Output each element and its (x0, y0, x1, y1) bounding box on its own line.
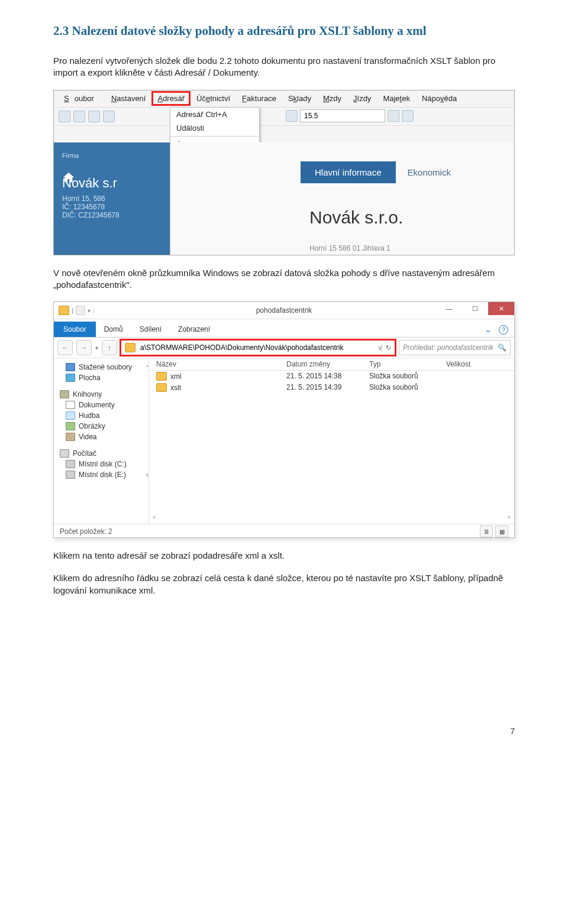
col-type[interactable]: Typ (369, 360, 446, 368)
page-icon[interactable] (286, 110, 298, 122)
home-icon (62, 171, 75, 184)
version-field[interactable] (300, 109, 385, 122)
address-row: ← → ▾ ↑ v ↻ Prohledat: pohodafastcentrik… (54, 338, 514, 358)
nav-up-button[interactable]: ↑ (102, 340, 117, 355)
toolbar-icon[interactable] (59, 111, 70, 122)
window-controls: — ☐ ✕ (436, 302, 514, 315)
detail-company-name: Novák s.r.o. (309, 208, 403, 228)
menubar: Soubor Nastavení Adresář Účetnictví Fakt… (54, 90, 514, 108)
search-icon: 🔍 (498, 343, 506, 352)
address-input[interactable] (139, 343, 376, 352)
screenshot-pohoda-menu: Soubor Nastavení Adresář Účetnictví Fakt… (53, 90, 515, 255)
nav-item-music[interactable]: Hudba (54, 410, 149, 421)
company-name: Novák s.r (62, 176, 178, 191)
menu-mzdy[interactable]: Mzdy (318, 92, 347, 105)
ribbon-expand-icon[interactable]: ⌄ ? (479, 322, 514, 338)
tab-hlavni-informace[interactable]: Hlavní informace (301, 161, 396, 183)
nav-item-videos[interactable]: Videa (54, 432, 149, 442)
help-icon[interactable]: ? (499, 325, 508, 335)
nav-item-desktop[interactable]: Plocha (54, 372, 149, 383)
qat-icon[interactable] (76, 306, 85, 315)
nav-item-libraries[interactable]: Knihovny (54, 389, 149, 400)
paragraph-3: Klikem na tento adresář se zobrazí podad… (53, 550, 515, 562)
nav-item-drive-e[interactable]: Místní disk (E:)v (54, 469, 149, 480)
screenshot-file-explorer: | ▾ | pohodafastcentrik — ☐ ✕ Soubor Dom… (53, 301, 515, 538)
menu-soubor[interactable]: Soubor (59, 92, 105, 105)
menu-fakturace[interactable]: Fakturace (237, 92, 282, 105)
file-list: Název Datum změny Typ Velikost xml 21. 5… (149, 358, 514, 524)
folder-icon (59, 306, 69, 315)
folder-icon (125, 343, 135, 352)
navigation-pane: Stažené soubory^ Plocha Knihovny Dokumen… (54, 358, 149, 524)
dd-adresar[interactable]: Adresář Ctrl+A (170, 108, 259, 121)
main-area: Hlavní informace Ekonomick Novák s.r.o. … (170, 142, 514, 255)
ribbon-tab-share[interactable]: Sdílení (131, 322, 170, 337)
column-headers: Název Datum změny Typ Velikost (149, 358, 514, 371)
company-panel: Firma Novák s.r Horní 15, 586 IČ: 123456… (54, 142, 186, 255)
address-bar[interactable]: v ↻ (121, 340, 395, 355)
search-placeholder: Prohledat: pohodafastcentrik (403, 343, 493, 352)
paragraph-2: V nově otevřeném okně průzkumníka Window… (53, 267, 515, 291)
toolbar-icon[interactable] (88, 111, 100, 122)
col-size[interactable]: Velikost (446, 360, 514, 368)
file-row-xslt[interactable]: xslt 21. 5. 2015 14:39 Složka souborů (149, 382, 514, 393)
paragraph-4: Klikem do adresního řádku se zobrazí cel… (53, 572, 515, 596)
nav-item-pictures[interactable]: Obrázky (54, 421, 149, 432)
col-date[interactable]: Datum změny (286, 360, 369, 368)
company-ic: IČ: 12345678 (62, 203, 178, 211)
menu-adresar[interactable]: Adresář (152, 92, 190, 105)
menu-majetek[interactable]: Majetek (377, 92, 415, 105)
ribbon-tab-file[interactable]: Soubor (54, 322, 96, 337)
ribbon-tab-view[interactable]: Zobrazení (170, 322, 218, 337)
view-large-icon[interactable]: ▦ (495, 526, 508, 537)
nav-item-documents[interactable]: Dokumenty (54, 400, 149, 410)
minimize-button[interactable]: — (436, 302, 462, 315)
dd-udalosti[interactable]: Události (170, 121, 259, 135)
ribbon-tabs: Soubor Domů Sdílení Zobrazení ⌄ ? (54, 319, 514, 338)
folder-icon (156, 372, 167, 381)
paragraph-1: Pro nalezení vytvořených složek dle bodu… (53, 55, 515, 79)
nav-forward-button[interactable]: → (76, 340, 92, 355)
page-number: 7 (53, 727, 515, 736)
nav-item-downloads[interactable]: Stažené soubory^ (54, 362, 149, 372)
detail-company-addr: Horní 15 586 01 Jihlava 1 (309, 244, 390, 252)
menu-sklady[interactable]: Sklady (283, 92, 317, 105)
menu-ucetnictvi[interactable]: Účetnictví (191, 92, 235, 105)
view-details-icon[interactable]: ≣ (480, 526, 493, 537)
nav-item-computer[interactable]: Počítač (54, 448, 149, 459)
menu-nastaveni[interactable]: Nastavení (106, 92, 151, 105)
refresh-icon[interactable]: ↻ (382, 344, 391, 352)
toolbar-icon[interactable] (103, 111, 115, 122)
section-heading: 2.3 Nalezení datové složky pohody a adre… (53, 24, 515, 38)
company-dic: DIČ: CZ12345678 (62, 211, 178, 219)
folder-icon (156, 383, 167, 392)
maximize-button[interactable]: ☐ (462, 302, 488, 315)
tab-ekonomicke[interactable]: Ekonomick (396, 161, 463, 183)
toolbar (54, 108, 514, 126)
toolbar-icon[interactable] (73, 111, 85, 122)
ribbon-tab-home[interactable]: Domů (96, 322, 131, 337)
status-text: Počet položek: 2 (60, 527, 112, 536)
menu-jizdy[interactable]: Jízdy (348, 92, 376, 105)
dropdown-icon[interactable] (388, 110, 399, 122)
scroll-left-icon[interactable]: < (153, 514, 156, 520)
scroll-right-icon[interactable]: > (508, 514, 511, 520)
version-box (286, 109, 414, 122)
title-bar: | ▾ | pohodafastcentrik — ☐ ✕ (54, 302, 514, 319)
close-button[interactable]: ✕ (488, 302, 514, 315)
quick-access-toolbar: | ▾ | (59, 306, 95, 315)
status-bar: Počet položek: 2 ≣ ▦ (54, 524, 514, 539)
nav-back-button[interactable]: ← (57, 340, 73, 355)
firma-label: Firma (62, 152, 178, 159)
col-name[interactable]: Název (149, 360, 286, 368)
dd-separator (170, 136, 259, 137)
folder-icon[interactable] (402, 110, 414, 122)
file-row-xml[interactable]: xml 21. 5. 2015 14:38 Složka souborů (149, 371, 514, 382)
nav-history-icon[interactable]: ▾ (95, 345, 98, 351)
nav-item-drive-c[interactable]: Místní disk (C:) (54, 459, 149, 469)
company-addr: Horní 15, 586 (62, 194, 178, 203)
search-box[interactable]: Prohledat: pohodafastcentrik 🔍 (399, 340, 511, 355)
window-title: pohodafastcentrik (256, 306, 312, 315)
menu-napoveda[interactable]: Nápověda (417, 92, 462, 105)
